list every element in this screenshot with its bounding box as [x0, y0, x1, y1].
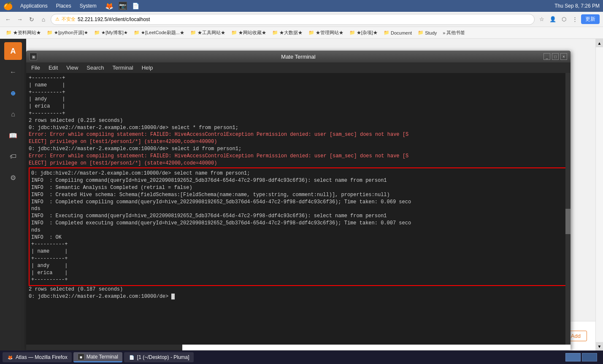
terminal-line: +----------+	[29, 89, 568, 96]
taskbar-firefox-label: Atlas — Mozilla Firefox	[16, 354, 68, 360]
terminal-line: INFO : Semantic Analysis Completed (retr…	[31, 184, 565, 191]
taskbar-item-firefox[interactable]: 🦊 Atlas — Mozilla Firefox	[3, 352, 72, 362]
url-display: 52.221.192.5/#/client/c/localhost	[78, 16, 150, 22]
nav-classify-icon[interactable]: 🏷	[4, 148, 22, 165]
bookmark-label: ★网站收藏★	[238, 30, 266, 36]
bookmark-item[interactable]: 📁 ★管理网站★	[306, 29, 346, 37]
terminal-minimize-button[interactable]: _	[544, 53, 550, 60]
chrome-menu-button[interactable]: ⋮	[570, 15, 579, 24]
terminal-line: +----------+	[29, 110, 568, 117]
extensions-button[interactable]: ⬡	[559, 15, 568, 24]
firefox-icon[interactable]: 🦊	[105, 2, 114, 10]
terminal-menu-file[interactable]: File	[30, 64, 42, 72]
window-switcher-btn2[interactable]	[582, 353, 597, 361]
mate-applications-menu[interactable]: Applications	[18, 2, 50, 10]
taskbar-item-pluma[interactable]: 📄 [1 (~/Desktop) - Pluma]	[124, 352, 194, 362]
window-switcher	[565, 353, 597, 361]
nav-back-icon[interactable]: ←	[4, 63, 22, 81]
terminal-scrollbar[interactable]	[565, 73, 571, 345]
terminal-taskbar-icon: ■	[78, 353, 84, 360]
home-button[interactable]: ⌂	[39, 15, 48, 24]
bookmark-item[interactable]: 📁 ★工具网站★	[188, 29, 228, 37]
terminal-cursor	[171, 294, 175, 299]
scroll-down-button[interactable]: ▼	[596, 342, 603, 351]
folder-icon: 📁	[349, 30, 355, 35]
terminal-line: INFO : Created Hive schema: Schema(field…	[31, 191, 565, 199]
text-editor-icon[interactable]: 📄	[132, 3, 139, 9]
firefox-taskbar-icon: 🦊	[7, 354, 14, 361]
bookmark-label: ★资料网站★	[13, 30, 41, 36]
terminal-content[interactable]: +----------+ | name | +----------+ | and…	[26, 73, 571, 345]
terminal-scrollbar-thumb[interactable]	[565, 209, 571, 234]
terminal-line: Error: Error while compiling statement: …	[29, 131, 568, 146]
more-bookmarks-icon: »	[443, 30, 445, 35]
nav-search-icon[interactable]: ⊕	[4, 84, 22, 102]
terminal-menubar: File Edit View Search Terminal Help	[26, 62, 571, 73]
taskbar-terminal-label: Mate Terminal	[87, 354, 118, 360]
reload-button[interactable]: ↻	[27, 15, 36, 24]
nav-admin-icon[interactable]: ⚙	[4, 169, 22, 186]
terminal-line: INFO : Compiling command(queryId=hive_20…	[31, 177, 565, 184]
bookmark-item[interactable]: 📁 ★大数据★	[270, 29, 305, 37]
sync-button[interactable]: 👤	[548, 15, 557, 24]
scroll-up-button[interactable]: ▲	[596, 39, 603, 47]
forward-button[interactable]: →	[15, 15, 24, 24]
bookmark-item[interactable]: 📁 ★[杂项]★	[347, 29, 380, 37]
terminal-line: | andy |	[29, 96, 568, 103]
nav-home-icon[interactable]: ⌂	[4, 105, 22, 123]
bookmark-item[interactable]: 📁 ★[My博客]★	[92, 29, 130, 37]
pluma-taskbar-icon: 📄	[128, 354, 135, 361]
nav-glossary-icon[interactable]: 📖	[4, 127, 22, 144]
browser-action-buttons: ☆ 👤 ⬡ ⋮ 更新	[537, 14, 600, 24]
bookmark-star-button[interactable]: ☆	[537, 15, 546, 24]
terminal-menu-edit[interactable]: Edit	[47, 64, 59, 72]
taskbar-pluma-label: [1 (~/Desktop) - Pluma]	[137, 354, 189, 360]
bookmark-item-study[interactable]: 📁 Study	[415, 29, 439, 36]
mate-places-menu[interactable]: Places	[54, 2, 74, 10]
terminal-line: INFO : OK	[31, 234, 565, 241]
bookmark-item[interactable]: 📁 ★网站收藏★	[229, 29, 269, 37]
bookmarks-bar: 📁 ★资料网站★ 📁 ★[python开源]★ 📁 ★[My博客]★ 📁 ★[L…	[0, 27, 603, 39]
bookmark-label: ★[python开源]★	[54, 30, 88, 36]
atlas-left-sidebar: A ← ⊕ ⌂ 📖 🏷 ⚙	[0, 39, 26, 351]
back-button[interactable]: ←	[3, 15, 13, 24]
update-button[interactable]: 更新	[581, 14, 600, 24]
mate-system-menu[interactable]: System	[77, 2, 99, 10]
terminal-titlebar-left: ▣	[30, 53, 37, 60]
taskbar-item-terminal[interactable]: ■ Mate Terminal	[73, 352, 122, 362]
terminal-line: INFO : Executing command(queryId=hive_20…	[31, 213, 565, 220]
terminal-window: ▣ Mate Terminal _ □ × File Edit View Sea…	[26, 51, 571, 350]
terminal-menu-view[interactable]: View	[65, 64, 80, 72]
terminal-line: 0: jdbc:hive2://master-2.example.com:100…	[31, 170, 565, 177]
bookmark-item[interactable]: 📁 ★[LeetCode刷题...★	[131, 29, 187, 37]
bookmark-item[interactable]: 📁 ★资料网站★	[3, 29, 43, 37]
terminal-menu-help[interactable]: Help	[140, 64, 155, 72]
bookmark-label: Document	[391, 30, 412, 35]
taskbar: 🦊 Atlas — Mozilla Firefox ■ Mate Termina…	[0, 351, 603, 364]
folder-icon: 📁	[134, 30, 140, 35]
bookmark-more[interactable]: » 其他书签	[440, 29, 468, 37]
screenshot-icon[interactable]: 📷	[119, 2, 127, 10]
terminal-close-button[interactable]: ×	[560, 53, 567, 60]
folder-icon: 📁	[418, 30, 424, 35]
terminal-app-icon: ▣	[30, 53, 37, 60]
folder-icon: 📁	[190, 30, 196, 35]
bottom-left-sidebar	[0, 321, 26, 351]
atlas-logo[interactable]: A	[4, 42, 22, 60]
window-switcher-btn1[interactable]	[565, 353, 581, 361]
folder-icon: 📁	[231, 30, 237, 35]
browser-scrollbar[interactable]: ▲ ▼	[595, 39, 603, 351]
terminal-line: +----------+	[31, 276, 565, 283]
url-security-label: 不安全	[62, 16, 76, 22]
terminal-maximize-button[interactable]: □	[552, 53, 559, 60]
bookmark-item[interactable]: 📁 ★[python开源]★	[44, 29, 91, 37]
scroll-track	[596, 47, 603, 342]
terminal-line: | erica |	[31, 270, 565, 277]
bookmark-label: ★[杂项]★	[357, 30, 378, 36]
terminal-menu-search[interactable]: Search	[85, 64, 105, 72]
highlighted-terminal-block: 0: jdbc:hive2://master-2.example.com:100…	[29, 167, 568, 286]
terminal-menu-terminal[interactable]: Terminal	[111, 64, 135, 72]
address-bar[interactable]: ⚠ 不安全 52.221.192.5/#/client/c/localhost	[51, 14, 535, 25]
terminal-controls: _ □ ×	[544, 53, 567, 60]
bookmark-item[interactable]: 📁 Document	[381, 29, 414, 36]
